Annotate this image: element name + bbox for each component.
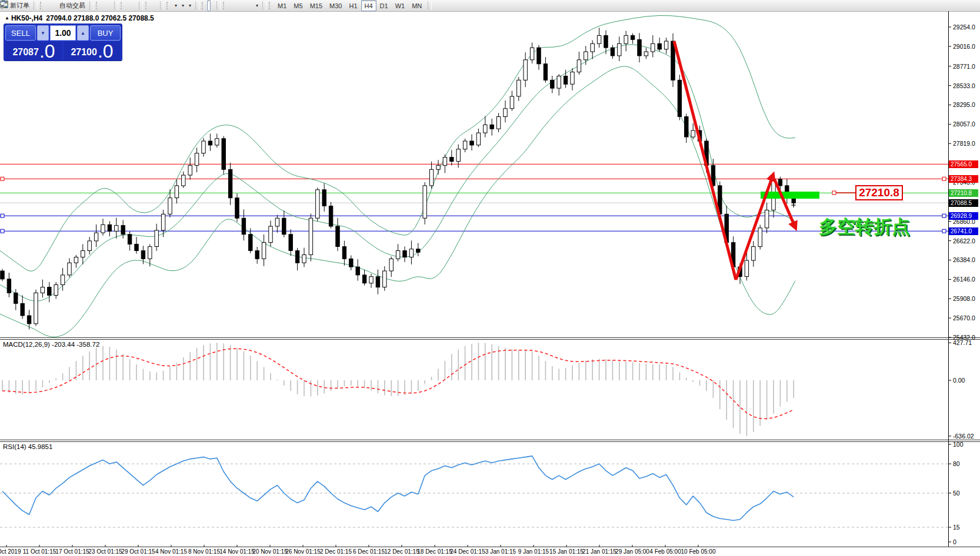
volume-increase-button[interactable]: ▲ bbox=[77, 25, 89, 41]
price-tick: 28771.0 bbox=[953, 63, 975, 70]
time-axis-label: 4 Nov 01:15 bbox=[155, 548, 187, 555]
time-axis-label: 9 Jan 01:15 bbox=[518, 548, 549, 555]
price-line-label: 27210.8 bbox=[949, 189, 978, 197]
symbol-arrow-icon: ▲ bbox=[5, 15, 9, 21]
rsi-tick: 100 bbox=[953, 441, 964, 448]
pane-separators[interactable] bbox=[0, 338, 980, 547]
mt4-terminal: { "toolbar": { "groups": [ {"items": [{"… bbox=[0, 0, 980, 556]
price-tick: 26622.0 bbox=[953, 237, 975, 244]
price-callout[interactable]: 27210.8 bbox=[856, 186, 902, 200]
price-line-label: 26741.0 bbox=[949, 227, 978, 235]
price-tick: 29254.0 bbox=[953, 24, 975, 31]
time-axis-label: 11 Oct 01:15 bbox=[23, 548, 56, 555]
price-tick: 28057.0 bbox=[953, 120, 975, 128]
price-tick: 26384.0 bbox=[953, 256, 975, 263]
sell-price[interactable]: 27087.0 bbox=[5, 42, 62, 61]
time-axis-label: 18 Dec 01:15 bbox=[417, 548, 452, 555]
svg-text:27210.8: 27210.8 bbox=[859, 186, 899, 199]
one-click-trading-panel: SELL ▼ 1.00 ▲ BUY 27087.0 27100.0 bbox=[4, 24, 122, 61]
time-axis-label: 29 Oct 01:15 bbox=[121, 548, 155, 555]
price-line-label: 26928.9 bbox=[949, 212, 978, 220]
time-axis-label: 4 Feb 05:00 bbox=[649, 548, 681, 555]
last-price-marker bbox=[791, 203, 796, 207]
time-axis-label: 29 Jan 05:00 bbox=[615, 548, 649, 555]
time-axis-label: 21 Jan 01:15 bbox=[582, 548, 616, 555]
time-axis-label: 24 Dec 01:15 bbox=[450, 548, 485, 555]
price-tick: 29016.0 bbox=[953, 43, 975, 50]
price-tick: 25670.0 bbox=[953, 314, 975, 321]
volume-decrease-button[interactable]: ▼ bbox=[37, 25, 49, 41]
chart-canvas[interactable]: 27210.8多空转折点多空转折点 bbox=[0, 0, 980, 556]
rsi-indicator-label: RSI(14) 45.9851 bbox=[3, 443, 52, 450]
bollinger-lower-band bbox=[0, 66, 795, 337]
price-tick: 26146.0 bbox=[953, 276, 975, 283]
price-line-label: 27565.0 bbox=[949, 160, 978, 168]
volume-input[interactable]: 1.00 bbox=[50, 25, 76, 41]
time-axis-label: 23 Oct 01:15 bbox=[88, 548, 122, 555]
trend-arrow-1[interactable] bbox=[674, 41, 736, 280]
svg-text:多空转折点: 多空转折点 bbox=[819, 216, 910, 237]
buy-price[interactable]: 27100.0 bbox=[64, 42, 121, 61]
time-axis-label: 3 Jan 01:15 bbox=[485, 548, 516, 555]
price-tick: 28295.0 bbox=[953, 101, 975, 108]
price-tick: 25908.0 bbox=[953, 295, 975, 302]
time-axis-label: 8 Nov 01:15 bbox=[188, 548, 220, 555]
macd-histogram bbox=[2, 343, 794, 436]
time-axis-label: 6 Dec 01:15 bbox=[353, 548, 385, 555]
time-axis-label: 4 Oct 2019 bbox=[0, 548, 21, 555]
macd-indicator-label: MACD(12,26,9) -203.44 -358.72 bbox=[3, 341, 99, 348]
time-axis-label: 14 Nov 01:15 bbox=[219, 548, 255, 555]
rsi-tick: 0 bbox=[953, 538, 956, 545]
time-axis-label: 20 Nov 01:15 bbox=[252, 548, 288, 555]
rsi-tick: 50 bbox=[953, 490, 960, 497]
bollinger-middle-band bbox=[0, 45, 795, 301]
macd-tick: -636.02 bbox=[953, 433, 974, 440]
sell-button[interactable]: SELL bbox=[5, 25, 36, 41]
rsi-tick: 15 bbox=[953, 524, 960, 531]
chinese-annotation[interactable]: 多空转折点多空转折点 bbox=[819, 216, 911, 238]
time-axis-label: 15 Jan 01:15 bbox=[549, 548, 584, 555]
time-axis-label: 26 Nov 01:15 bbox=[285, 548, 321, 555]
price-line-label: 27384.3 bbox=[949, 175, 978, 183]
price-line-label: 27088.5 bbox=[949, 199, 978, 207]
macd-tick: 427.71 bbox=[953, 339, 972, 346]
macd-tick: 0.00 bbox=[953, 377, 965, 384]
time-axis-label: 10 Feb 05:00 bbox=[681, 548, 716, 555]
rsi-tick: 80 bbox=[953, 460, 960, 467]
chart-symbol-ohlc: ▲HK50-,H427094.0 27188.0 27062.5 27088.5 bbox=[5, 14, 154, 22]
green-highlight-bar[interactable] bbox=[761, 192, 819, 199]
rsi-line bbox=[2, 456, 794, 521]
time-axis-label: 2 Dec 01:15 bbox=[320, 548, 352, 555]
time-axis-label: 17 Oct 01:15 bbox=[55, 548, 89, 555]
price-tick: 28533.0 bbox=[953, 82, 975, 89]
buy-button[interactable]: BUY bbox=[90, 25, 121, 41]
price-tick: 27819.0 bbox=[953, 140, 975, 147]
time-axis-label: 12 Dec 01:15 bbox=[384, 548, 419, 555]
